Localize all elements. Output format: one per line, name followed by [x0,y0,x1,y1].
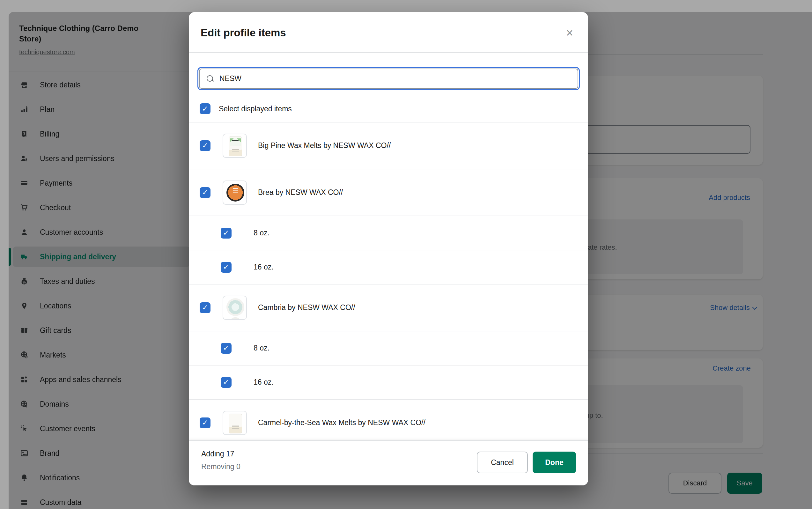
gift-icon [20,326,28,335]
search-field [199,69,578,89]
settings-nav: Store details Plan $ Billing Users and p… [9,75,195,509]
product-checkbox[interactable]: ✓ [200,417,210,428]
removing-count: Removing 0 [201,463,240,471]
dialog-title: Edit profile items [201,27,286,39]
product-checkbox[interactable]: ✓ [200,302,210,313]
sidebar-item-brand[interactable]: Brand [9,443,195,464]
product-row: ✓ Brea by NESW WAX CO// [189,169,588,216]
variant-label: 16 oz. [253,378,274,386]
product-checkbox[interactable]: ✓ [200,187,210,198]
discard-button[interactable]: Discard [669,473,721,494]
payments-icon [20,179,28,187]
svg-text:$: $ [26,355,27,359]
variant-row: ✓ 8 oz. [189,216,588,250]
person-icon [20,228,28,236]
users-icon [20,155,28,163]
active-indicator-bar [9,248,11,266]
product-thumbnail-cambria [223,296,247,320]
cursor-click-icon [20,425,28,433]
sidebar-item-shipping-and-delivery[interactable]: Shipping and delivery [9,246,195,267]
edit-profile-items-dialog: Edit profile items × ✓ Select displayed … [189,12,588,485]
variant-checkbox[interactable]: ✓ [221,262,232,273]
product-label: Brea by NESW WAX CO// [258,188,343,197]
rates-text-fragment: ate rates. [588,243,617,251]
search-icon [207,75,214,82]
product-row: ✓ Carmel-by-the-Sea Wax Melts by NESW WA… [189,400,588,440]
show-details-label: Show details [710,304,750,312]
chevron-down-icon [752,305,757,310]
sidebar-item-users-and-permissions[interactable]: Users and permissions [9,148,195,169]
product-thumbnail-big-pine [223,134,247,158]
done-button[interactable]: Done [533,451,576,473]
truck-icon [20,252,28,261]
variant-checkbox[interactable]: ✓ [221,377,232,388]
store-icon [20,81,28,89]
sidebar-item-checkout[interactable]: Checkout [9,197,195,218]
product-label: Big Pine Wax Melts by NESW WAX CO// [258,141,391,150]
save-button[interactable]: Save [727,473,762,494]
variant-checkbox[interactable]: ✓ [221,343,232,354]
ship-text-fragment: ip to. [588,411,603,420]
data-blocks-icon [20,498,28,506]
product-label: Carmel-by-the-Sea Wax Melts by NESW WAX … [258,418,426,427]
variant-row: ✓ 16 oz. [189,366,588,400]
close-icon[interactable]: × [563,26,577,39]
cancel-button[interactable]: Cancel [477,451,528,473]
store-domain-link[interactable]: techniquestore.com [19,48,75,56]
add-products-link[interactable]: Add products [709,194,750,202]
globe-cursor-icon [20,400,28,408]
bell-icon [20,474,28,482]
dialog-footer: Adding 17 Removing 0 Cancel Done [189,440,588,485]
show-details-link[interactable]: Show details [710,304,756,312]
product-row: ✓ Cambria by NESW WAX CO// [189,284,588,331]
sidebar-item-domains[interactable]: Domains [9,394,195,414]
svg-text:%: % [23,280,26,284]
item-list: ✓ Big Pine Wax Melts by NESW WAX CO// ✓ … [189,123,588,440]
product-thumbnail-brea [223,180,247,205]
variant-row: ✓ 16 oz. [189,250,588,284]
product-checkbox[interactable]: ✓ [200,140,210,151]
sidebar-item-payments[interactable]: Payments [9,173,195,193]
sidebar-item-taxes-and-duties[interactable]: % Taxes and duties [9,271,195,292]
globe-dollar-icon: $ [20,351,28,359]
product-thumbnail-carmel [223,411,247,435]
select-displayed-checkbox[interactable]: ✓ [200,103,210,114]
checkout-cart-icon [20,203,28,212]
image-icon [20,449,28,457]
sidebar-item-markets[interactable]: $ Markets [9,345,195,365]
select-displayed-row: ✓ Select displayed items [189,96,588,123]
billing-icon: $ [20,130,28,138]
product-row: ✓ Big Pine Wax Melts by NESW WAX CO// [189,123,588,169]
tax-bag-icon: % [20,277,28,285]
sidebar-item-custom-data[interactable]: Custom data [9,492,195,509]
create-zone-link[interactable]: Create zone [712,364,751,373]
sidebar-item-billing[interactable]: $ Billing [9,124,195,144]
dialog-header: Edit profile items × [189,12,588,53]
variant-label: 8 oz. [253,344,270,352]
store-name: Technique Clothing (Carro Demo Store) [19,23,160,44]
variant-label: 16 oz. [253,263,274,271]
apps-grid-icon [20,375,28,384]
sidebar-divider [9,71,195,71]
search-input[interactable] [219,74,578,83]
sidebar-item-locations[interactable]: Locations [9,296,195,316]
sidebar-item-apps-and-sales-channels[interactable]: Apps and sales channels [9,369,195,390]
screen: Technique Clothing (Carro Demo Store) te… [0,0,812,509]
search-field-wrapper [197,67,580,90]
adding-count: Adding 17 [201,450,234,458]
variant-row: ✓ 8 oz. [189,331,588,366]
variant-label: 8 oz. [253,229,270,237]
map-pin-icon [20,302,28,310]
store-header: Technique Clothing (Carro Demo Store) te… [19,23,160,56]
product-label: Cambria by NESW WAX CO// [258,303,355,312]
sidebar-item-plan[interactable]: Plan [9,99,195,120]
sidebar-item-notifications[interactable]: Notifications [9,468,195,488]
sidebar-item-customer-accounts[interactable]: Customer accounts [9,222,195,242]
variant-checkbox[interactable]: ✓ [221,228,232,239]
sidebar-item-customer-events[interactable]: Customer events [9,418,195,439]
plan-icon [20,105,28,113]
sidebar-item-store-details[interactable]: Store details [9,75,195,95]
select-displayed-label: Select displayed items [219,105,292,113]
svg-text:$: $ [23,132,25,135]
sidebar-item-gift-cards[interactable]: Gift cards [9,320,195,341]
